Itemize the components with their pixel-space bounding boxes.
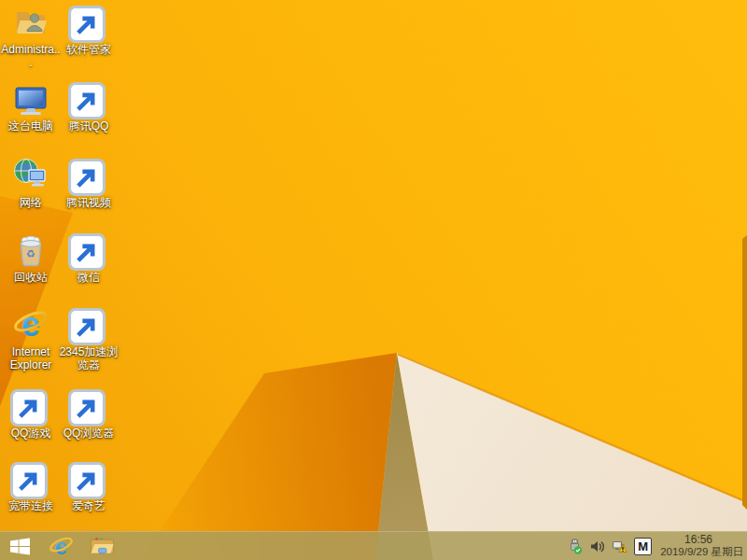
- broadband-connection-icon: [12, 460, 49, 497]
- desktop-icon-label: Administra...: [1, 43, 61, 69]
- tencent-video-icon: [70, 157, 107, 194]
- desktop-icon-qq-browser[interactable]: QQ浏览器: [59, 387, 119, 440]
- shortcut-arrow-icon: [68, 159, 106, 196]
- recycle-bin-icon: ♻: [12, 231, 49, 269]
- taskbar-file-explorer-button[interactable]: [84, 532, 120, 560]
- shortcut-arrow-icon: [68, 82, 106, 119]
- desktop-icon-label: 腾讯视频: [59, 196, 119, 209]
- qq-browser-icon: [70, 387, 107, 425]
- start-button[interactable]: [2, 532, 37, 560]
- desktop-icon-label: 网络: [1, 196, 61, 209]
- tencent-qq-icon: [70, 80, 107, 118]
- shortcut-arrow-icon: [68, 233, 106, 271]
- desktop-icon-recycle-bin[interactable]: ♻ 回收站: [1, 231, 61, 284]
- taskbar-clock[interactable]: 16:56 2019/9/29 星期日: [660, 534, 743, 558]
- desktop-icon-tencent-video[interactable]: 腾讯视频: [59, 157, 119, 209]
- desktop-icon-qq-games[interactable]: QQ游戏: [1, 387, 61, 440]
- internet-explorer-icon: e: [12, 306, 49, 343]
- shortcut-arrow-icon: [68, 389, 106, 427]
- desktop-icon-label: 软件管家: [59, 43, 119, 56]
- desktop-icon-2345-browser[interactable]: e 2345加速浏览器: [59, 306, 119, 371]
- volume-icon[interactable]: [589, 539, 605, 554]
- svg-text:♻: ♻: [26, 248, 35, 259]
- desktop-icon-label: 宽带连接: [1, 499, 61, 512]
- desktop-icon-iqiyi[interactable]: iQIYI 爱奇艺: [59, 460, 119, 512]
- shortcut-arrow-icon: [68, 462, 106, 499]
- qq-games-icon: [12, 387, 49, 425]
- shortcut-arrow-icon: [68, 6, 106, 43]
- network-icon: [12, 157, 49, 194]
- desktop-icon-label: 2345加速浏览器: [59, 345, 119, 371]
- wechat-icon: [70, 231, 107, 269]
- this-pc-icon: [12, 80, 49, 118]
- file-explorer-icon: [90, 535, 115, 557]
- iqiyi-icon: iQIYI: [70, 460, 107, 497]
- desktop-icon-internet-explorer[interactable]: e Internet Explorer: [1, 306, 61, 371]
- desktop-icon-label: 回收站: [1, 271, 61, 284]
- usb-safe-remove-icon[interactable]: [567, 539, 583, 554]
- desktop-icon-tencent-qq[interactable]: 腾讯QQ: [59, 80, 119, 133]
- internet-explorer-icon: e: [49, 534, 74, 559]
- administrator-folder-icon: [12, 4, 49, 41]
- 2345-browser-icon: e: [70, 306, 107, 343]
- desktop-icon-software-manager[interactable]: 软件管家: [59, 4, 119, 56]
- shortcut-arrow-icon: [68, 308, 106, 345]
- desktop-icon-label: Internet Explorer: [1, 345, 61, 371]
- desktop-icon-label: QQ游戏: [1, 427, 61, 440]
- network-warning-icon[interactable]: [612, 539, 627, 554]
- desktop-icon-label: 这台电脑: [1, 119, 61, 133]
- taskbar-internet-explorer-button[interactable]: e: [43, 532, 78, 560]
- desktop-icon-this-pc[interactable]: 这台电脑: [1, 80, 61, 133]
- windows-logo-icon: [10, 538, 30, 555]
- desktop-icon-label: QQ浏览器: [59, 427, 119, 440]
- clock-date: 2019/9/29 星期日: [660, 546, 743, 558]
- desktop-icon-label: 腾讯QQ: [59, 119, 119, 133]
- system-tray: M 16:56 2019/9/29 星期日: [567, 532, 743, 560]
- software-manager-icon: [70, 4, 107, 41]
- desktop-icon-broadband-connection[interactable]: 宽带连接: [1, 460, 61, 512]
- desktop-icon-network[interactable]: 网络: [1, 157, 61, 209]
- desktop-icon-administrator-folder[interactable]: Administra...: [1, 4, 61, 69]
- clock-time: 16:56: [684, 534, 712, 546]
- ime-indicator[interactable]: M: [634, 538, 652, 555]
- shortcut-arrow-icon: [10, 462, 48, 499]
- desktop-icon-label: 微信: [59, 271, 119, 284]
- desktop-icon-label: 爱奇艺: [59, 499, 119, 512]
- desktop-icon-wechat[interactable]: 微信: [59, 231, 119, 284]
- taskbar: e: [0, 531, 747, 560]
- shortcut-arrow-icon: [10, 389, 48, 427]
